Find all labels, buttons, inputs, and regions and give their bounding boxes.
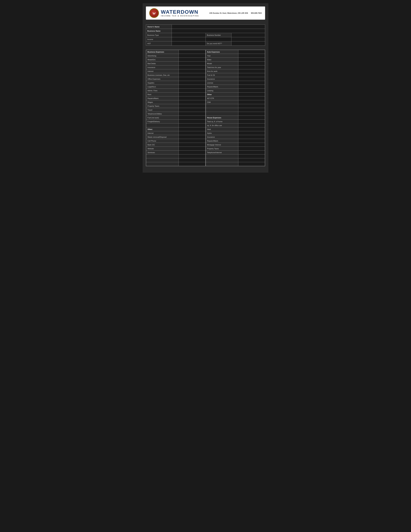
kms-work-row: Kms for work: [206, 69, 265, 73]
caa-label: CAA: [206, 100, 238, 104]
repairs-value[interactable]: [179, 96, 205, 100]
rent-value[interactable]: [179, 93, 205, 96]
internet-label: Internet: [146, 131, 179, 135]
leasing-value[interactable]: [238, 89, 265, 93]
right-extra-val-1[interactable]: [238, 154, 265, 158]
seminars-value[interactable]: [179, 151, 205, 154]
income-extra2: [231, 37, 265, 41]
house-repairs-label: Repairs/Maint.: [206, 139, 238, 143]
cell-phone-row: Cell Phone: [146, 139, 206, 143]
make-label: Make: [206, 58, 238, 62]
licenses-label: Business Licenses, Due, etc: [146, 73, 179, 77]
waste-value[interactable]: [179, 135, 205, 139]
auto-insurance-value[interactable]: [238, 77, 265, 81]
admin-fees-row: Admin. Fees: [146, 89, 206, 93]
extra-value-1[interactable]: [179, 154, 205, 158]
property-taxes-value[interactable]: [179, 104, 205, 108]
licenses-value[interactable]: [179, 73, 205, 77]
right-column: Auto Expenses Year Make Model Total kms …: [206, 50, 265, 166]
bad-debts-value[interactable]: [179, 62, 205, 66]
income-extra1: [206, 37, 231, 41]
wages-value[interactable]: [179, 100, 205, 104]
hst-row: HST Do you remit HST?: [146, 41, 265, 46]
business-type-value[interactable]: [172, 33, 206, 37]
house-insurance-value[interactable]: [238, 135, 265, 139]
hst-remit-value[interactable]: [231, 41, 265, 46]
travel-value[interactable]: [179, 108, 205, 112]
interest-value[interactable]: [179, 69, 205, 73]
extra-value-2[interactable]: [179, 158, 205, 162]
interest-row: Interest: [146, 69, 206, 73]
total-kms-value[interactable]: [238, 66, 265, 69]
caa-value[interactable]: [238, 100, 265, 104]
leasing-label: Leasing: [206, 89, 238, 93]
extra-value-3[interactable]: [179, 162, 205, 166]
heat-value[interactable]: [238, 127, 265, 131]
etr-value[interactable]: [238, 96, 265, 100]
empty-row-1: [146, 124, 206, 127]
fuel-value[interactable]: [179, 116, 205, 120]
website-value[interactable]: [179, 147, 205, 151]
telephone-label: Telephone/Utilities: [146, 112, 179, 116]
telephone-value[interactable]: [179, 112, 205, 116]
telephone-internet-value[interactable]: [238, 151, 265, 154]
office-expenses-value[interactable]: [179, 77, 205, 81]
internet-row: Internet: [146, 131, 206, 135]
advertising-value[interactable]: [179, 54, 205, 58]
office-sqft-value[interactable]: [238, 124, 265, 127]
auto-header-val: [238, 50, 265, 54]
insurance-value[interactable]: [179, 66, 205, 69]
business-expenses-table: Business Expenses Advertising Meals/Ent.…: [146, 50, 206, 166]
mortgage-value[interactable]: [238, 143, 265, 147]
empty-align-label-3: [206, 112, 238, 116]
model-value[interactable]: [238, 62, 265, 66]
business-number-value[interactable]: [231, 33, 265, 37]
freight-value[interactable]: [179, 120, 205, 124]
auto-insurance-row: Insurance: [206, 77, 265, 81]
owner-name-label: Owner's Name: [146, 25, 172, 29]
house-insurance-row: Insurance: [206, 135, 265, 139]
meals-row: Meals/Ent.: [146, 58, 206, 62]
fuel-oil-value[interactable]: [238, 73, 265, 77]
cell-phone-value[interactable]: [179, 139, 205, 143]
bank-value[interactable]: [179, 143, 205, 147]
total-sqft-value[interactable]: [238, 120, 265, 124]
house-property-taxes-label: Property Taxes: [206, 147, 238, 151]
income-value[interactable]: [172, 37, 206, 41]
website-row: Website: [146, 147, 206, 151]
business-name-value[interactable]: [172, 29, 265, 33]
mortgage-label: Mortgage Interest: [206, 143, 238, 147]
repairs-label: Repairs/Maint.: [146, 96, 179, 100]
owner-name-value[interactable]: [172, 25, 265, 29]
kms-work-value[interactable]: [238, 69, 265, 73]
company-subtitle: Income Tax & Bookkeeping: [161, 15, 207, 17]
house-header-val: [238, 116, 265, 120]
empty-align-label-2: [206, 108, 238, 112]
business-type-label: Business Type: [146, 33, 172, 37]
supplies-value[interactable]: [179, 81, 205, 85]
auto-repairs-value[interactable]: [238, 85, 265, 89]
right-extra-2: [206, 158, 265, 162]
internet-value[interactable]: [179, 131, 205, 135]
meals-value[interactable]: [179, 58, 205, 62]
legal-value[interactable]: [179, 85, 205, 89]
license-value[interactable]: [238, 81, 265, 85]
other-header-val: [179, 127, 205, 131]
house-property-taxes-value[interactable]: [238, 147, 265, 151]
house-header-row: House Expenses: [206, 116, 265, 120]
right-extra-val-2[interactable]: [238, 158, 265, 162]
waste-row: Waste removal/Disposal: [146, 135, 206, 139]
make-value[interactable]: [238, 58, 265, 62]
right-extra-val-3[interactable]: [238, 162, 265, 166]
house-repairs-value[interactable]: [238, 139, 265, 143]
hst-value[interactable]: [172, 41, 206, 46]
year-value[interactable]: [238, 54, 265, 58]
hydro-row: Hydro: [206, 131, 265, 135]
property-taxes-label: Property Taxes: [146, 104, 179, 108]
hydro-value[interactable]: [238, 131, 265, 135]
travel-label: Travel: [146, 108, 179, 112]
admin-fees-value[interactable]: [179, 89, 205, 93]
auto-insurance-label: Insurance: [206, 77, 238, 81]
supplies-row: Supplies: [146, 81, 206, 85]
empty-align-2: [206, 108, 265, 112]
